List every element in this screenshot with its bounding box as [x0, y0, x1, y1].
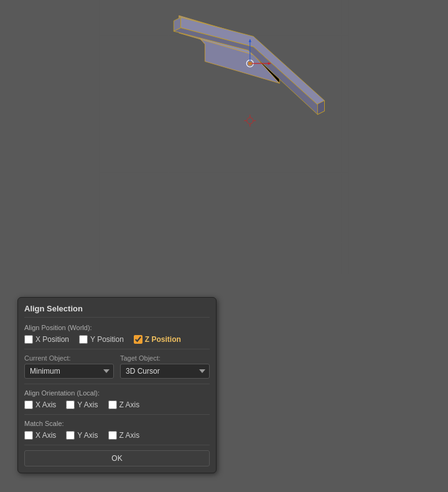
svg-marker-17	[179, 16, 280, 83]
svg-marker-20	[174, 17, 180, 31]
svg-marker-18	[180, 17, 324, 111]
divider-3	[24, 414, 210, 415]
svg-point-29	[247, 118, 253, 124]
y-position-item[interactable]: Y Position	[79, 335, 124, 344]
scale-x-item[interactable]: X Axis	[24, 431, 56, 440]
orient-z-label: Z Axis	[119, 400, 140, 409]
scale-z-label: Z Axis	[119, 431, 140, 440]
z-position-label: Z Position	[145, 335, 181, 344]
ok-button[interactable]: OK	[24, 450, 210, 466]
orient-y-item[interactable]: Y Axis	[66, 400, 98, 409]
divider-2	[24, 384, 210, 384]
orient-y-checkbox[interactable]	[66, 400, 75, 409]
orient-z-checkbox[interactable]	[108, 400, 117, 409]
scale-x-checkbox[interactable]	[24, 431, 33, 440]
svg-marker-21	[317, 101, 324, 115]
scale-row: X Axis Y Axis Z Axis	[24, 431, 210, 440]
align-orientation-label: Align Orientation (Local):	[24, 389, 210, 397]
scale-z-item[interactable]: Z Axis	[108, 431, 140, 440]
svg-rect-28	[248, 62, 252, 65]
svg-marker-25	[268, 62, 271, 65]
divider-4	[24, 445, 210, 445]
orient-x-item[interactable]: X Axis	[24, 400, 56, 409]
align-position-label: Align Position (World):	[24, 324, 210, 331]
scale-y-label: Y Axis	[77, 431, 98, 440]
svg-marker-15	[179, 16, 280, 66]
current-object-dropdown[interactable]: Minimum Maximum Center Origin	[24, 364, 114, 379]
svg-rect-0	[99, 0, 348, 274]
panel-title: Align Selection	[24, 304, 210, 318]
scale-x-label: X Axis	[35, 431, 56, 440]
target-object-dropdown[interactable]: 3D Cursor Active Selection	[120, 364, 210, 379]
align-position-row: X Position Y Position Z Position	[24, 335, 210, 344]
divider-1	[24, 349, 210, 349]
x-position-label: X Position	[35, 335, 69, 344]
svg-point-23	[249, 62, 251, 65]
z-position-item[interactable]: Z Position	[134, 335, 181, 344]
y-position-label: Y Position	[90, 335, 124, 344]
match-scale-label: Match Scale:	[24, 420, 210, 427]
svg-point-22	[246, 60, 253, 67]
z-position-checkbox[interactable]	[134, 335, 142, 344]
orient-x-checkbox[interactable]	[24, 400, 33, 409]
svg-marker-19	[174, 28, 324, 115]
x-position-item[interactable]: X Position	[24, 335, 69, 344]
current-object-col: Current Object: Minimum Maximum Center O…	[24, 354, 114, 379]
current-object-label: Current Object:	[24, 354, 114, 362]
y-position-checkbox[interactable]	[79, 335, 88, 344]
target-object-label: Taget Object:	[120, 354, 210, 362]
x-position-checkbox[interactable]	[24, 335, 33, 344]
align-selection-panel: Align Selection Align Position (World): …	[17, 297, 217, 473]
orientation-row: X Axis Y Axis Z Axis	[24, 400, 210, 409]
scale-z-checkbox[interactable]	[108, 431, 117, 440]
svg-marker-27	[249, 39, 251, 42]
orient-x-label: X Axis	[35, 400, 56, 409]
orient-z-item[interactable]: Z Axis	[108, 400, 140, 409]
scale-y-checkbox[interactable]	[66, 431, 75, 440]
target-object-col: Taget Object: 3D Cursor Active Selection	[120, 354, 210, 379]
svg-marker-16	[253, 37, 279, 83]
orient-y-label: Y Axis	[77, 400, 98, 409]
object-selectors-row: Current Object: Minimum Maximum Center O…	[24, 354, 210, 379]
scale-y-item[interactable]: Y Axis	[66, 431, 98, 440]
